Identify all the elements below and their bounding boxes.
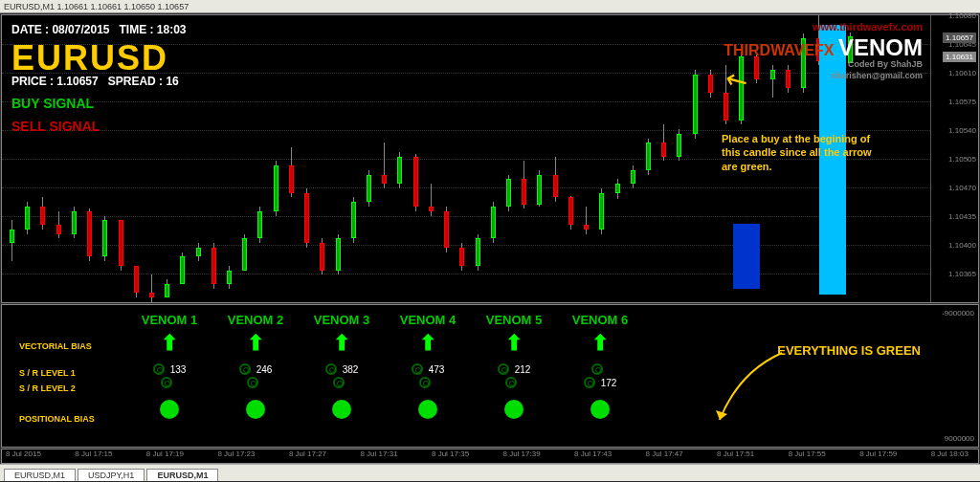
sr-circle-icon xyxy=(412,363,423,375)
credit-line-2: sharishen@gmail.com xyxy=(831,71,923,80)
sell-signal-label: SELL SIGNAL xyxy=(11,119,100,134)
price-tick: 1.10435 xyxy=(948,212,976,221)
buy-annotation: Place a buy at the begining of this cand… xyxy=(722,132,875,173)
sr1-value: 212 xyxy=(515,364,531,375)
sr-circle-icon xyxy=(498,363,509,375)
venom-column: VENOM 3 ⬆ 382 xyxy=(299,313,385,419)
sr1-value: 246 xyxy=(256,364,273,375)
sr-circle-icon xyxy=(325,363,337,375)
positional-dot-icon xyxy=(160,400,179,419)
price-tick: 1.10365 xyxy=(948,270,976,278)
time-tick: 8 Jul 17:27 xyxy=(289,449,326,463)
venom-column: VENOM 6 ⬆ 172 xyxy=(557,313,643,419)
price-spread: PRICE : 1.10657 SPREAD : 16 xyxy=(11,75,179,88)
positional-dot-icon xyxy=(504,400,523,419)
venom-column: VENOM 1 ⬆ 133 xyxy=(126,313,212,419)
price-tick: 1.10400 xyxy=(948,241,976,250)
sr2-value: 172 xyxy=(601,378,617,388)
venom-header: VENOM 2 xyxy=(212,313,299,327)
price-tick: 1.10470 xyxy=(948,184,976,192)
date-time: DATE : 08/07/2015 TIME : 18:03 xyxy=(11,23,187,36)
ind-axis-bot: 9000000 xyxy=(945,434,974,443)
time-tick: 8 Jul 2015 xyxy=(6,449,41,463)
time-tick: 8 Jul 17:59 xyxy=(859,449,897,463)
everything-green-label: EVERYTHING IS GREEN xyxy=(777,343,921,358)
price-tick: 1.10575 xyxy=(948,98,976,106)
chart-tab[interactable]: USDJPY,H1 xyxy=(78,469,145,481)
time-tick: 8 Jul 17:39 xyxy=(503,449,541,463)
sr1-value: 382 xyxy=(343,364,359,375)
sr-circle-icon xyxy=(591,363,603,375)
brand-label: THIRDWAVEFX VENOM xyxy=(724,34,923,61)
arrow-up-icon: ⬆ xyxy=(557,331,643,356)
time-tick: 8 Jul 17:15 xyxy=(75,449,112,463)
arrow-up-icon: ⬆ xyxy=(126,331,212,356)
venom-column: VENOM 2 ⬆ 246 xyxy=(212,313,299,419)
price-current-badge: 1.10657 xyxy=(943,33,976,43)
price-tick: 1.10680 xyxy=(948,11,976,20)
arrow-up-icon: ⬆ xyxy=(471,331,557,356)
sr-circle-icon xyxy=(161,377,172,388)
time-tick: 8 Jul 18:03 xyxy=(931,449,969,463)
sr1-value: 473 xyxy=(429,364,445,375)
main-chart[interactable]: DATE : 08/07/2015 TIME : 18:03 EURUSD PR… xyxy=(1,14,979,303)
price-tick: 1.10540 xyxy=(948,126,976,135)
arrow-up-icon: ⬆ xyxy=(385,331,471,356)
row-sr1: S / R LEVEL 1 xyxy=(19,368,76,378)
blue-zone xyxy=(733,224,760,289)
toolbar-label: EURUSD,M1 1.10661 1.10661 1.10650 1.1065… xyxy=(4,2,189,11)
chart-tab[interactable]: EURUSD,M1 xyxy=(146,469,218,481)
venom-header: VENOM 5 xyxy=(471,313,557,327)
arrow-up-icon: ⬆ xyxy=(212,331,299,356)
price-highlight-badge: 1.10631 xyxy=(943,52,976,62)
sr-circle-icon xyxy=(505,377,517,388)
indicator-panel[interactable]: VECTORIAL BIAS S / R LEVEL 1 S / R LEVEL… xyxy=(1,304,979,448)
curve-arrow-icon xyxy=(710,343,787,429)
venom-header: VENOM 4 xyxy=(385,313,471,327)
chart-tab[interactable]: EURUSD,M1 xyxy=(4,469,76,481)
sr-circle-icon xyxy=(333,377,345,388)
venom-header: VENOM 3 xyxy=(299,313,385,327)
price-tick: 1.10505 xyxy=(948,155,976,164)
venom-header: VENOM 1 xyxy=(126,313,212,327)
time-tick: 8 Jul 17:55 xyxy=(789,449,826,463)
sr-circle-icon xyxy=(584,377,595,388)
positional-dot-icon xyxy=(246,400,265,419)
sr-circle-icon xyxy=(247,377,258,388)
time-tick: 8 Jul 17:51 xyxy=(717,449,754,463)
watermark: www.thirdwavefx.com xyxy=(813,21,923,33)
positional-dot-icon xyxy=(332,400,351,419)
sr-circle-icon xyxy=(419,377,431,388)
credit-line-1: Coded By ShahJB xyxy=(848,59,923,69)
arrow-up-icon: ⬆ xyxy=(299,331,385,356)
time-tick: 8 Jul 17:43 xyxy=(574,449,612,463)
row-positional: POSITIONAL BIAS xyxy=(19,414,95,424)
symbol-label: EURUSD xyxy=(11,38,168,78)
time-tick: 8 Jul 17:35 xyxy=(432,449,469,463)
tab-bar: EURUSD,M1USDJPY,H1EURUSD,M1 xyxy=(0,464,980,481)
venom-column: VENOM 4 ⬆ 473 xyxy=(385,313,471,419)
venom-header: VENOM 6 xyxy=(557,313,643,327)
positional-dot-icon xyxy=(590,400,610,419)
sr1-value: 133 xyxy=(170,364,187,375)
time-tick: 8 Jul 17:47 xyxy=(646,449,683,463)
price-tick: 1.10610 xyxy=(948,69,976,77)
sr-circle-icon xyxy=(153,363,165,375)
toolbar: EURUSD,M1 1.10661 1.10661 1.10650 1.1065… xyxy=(0,0,980,13)
time-axis: 8 Jul 20158 Jul 17:158 Jul 17:198 Jul 17… xyxy=(1,449,979,464)
time-tick: 8 Jul 17:31 xyxy=(360,449,397,463)
row-vectorial: VECTORIAL BIAS xyxy=(19,341,92,351)
buy-signal-label: BUY SIGNAL xyxy=(11,96,94,111)
row-sr2: S / R LEVEL 2 xyxy=(19,383,76,393)
time-tick: 8 Jul 17:23 xyxy=(217,449,255,463)
price-axis: 1.106801.106451.106101.105751.105401.105… xyxy=(930,15,978,302)
sr-circle-icon xyxy=(239,363,251,375)
venom-column: VENOM 5 ⬆ 212 xyxy=(471,313,557,419)
time-tick: 8 Jul 17:19 xyxy=(146,449,184,463)
positional-dot-icon xyxy=(418,400,437,419)
ind-axis-top: -9000000 xyxy=(942,309,974,318)
